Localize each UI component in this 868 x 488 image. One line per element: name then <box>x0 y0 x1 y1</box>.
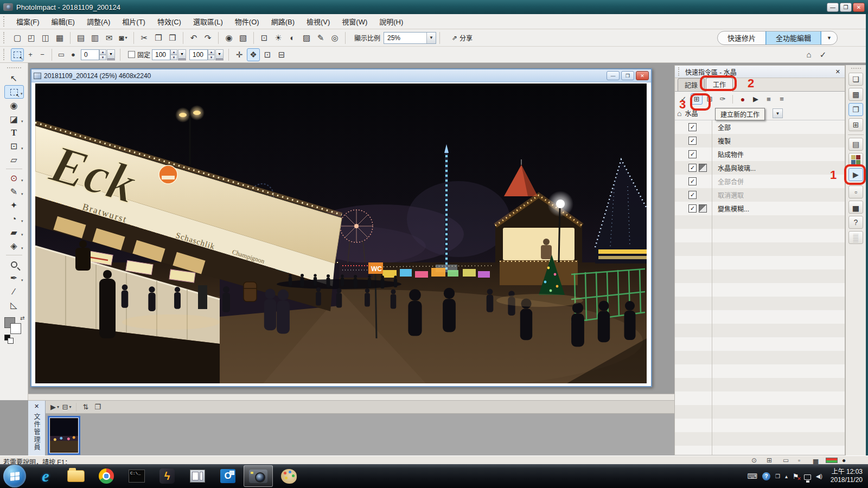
width-up-icon[interactable]: ▲ <box>170 49 177 55</box>
color-swatches[interactable]: ⇄ <box>3 316 25 344</box>
step-checkbox[interactable]: ✓ <box>688 137 697 145</box>
transform-tool[interactable]: ▱ <box>4 153 24 166</box>
dm-play-button[interactable]: ▶▾ <box>49 402 60 413</box>
shape-tool[interactable]: ◉ <box>4 99 24 112</box>
brightness-button[interactable]: ☀ <box>272 31 285 44</box>
strip-drag-handle[interactable] <box>851 68 861 69</box>
window-minimize-button[interactable]: — <box>827 3 839 12</box>
document-window[interactable]: 20181109_200124 (25%) 4608x2240 — ❐ ✕ <box>30 68 652 387</box>
window-close-button[interactable]: ✕ <box>853 3 865 12</box>
status-histogram-icon[interactable]: ▅ <box>813 457 818 464</box>
taskbar-winamp[interactable]: ϟ <box>152 465 182 487</box>
text-tool[interactable]: T <box>4 126 24 139</box>
mode-caret-icon[interactable]: ▼ <box>821 35 837 41</box>
redo-button[interactable]: ↷ <box>201 31 214 44</box>
apply-button[interactable]: ✓ <box>816 48 829 61</box>
paste-button[interactable]: ❒ <box>166 31 179 44</box>
menu-file[interactable]: 檔案(F) <box>10 14 46 29</box>
screen-button[interactable]: ⊡ <box>258 31 271 44</box>
network-icon[interactable] <box>804 474 811 480</box>
feather-down-icon[interactable]: ▼ <box>99 55 106 60</box>
start-button[interactable] <box>3 465 26 487</box>
selection-tool[interactable]: ▾ <box>4 85 24 99</box>
capture-button[interactable]: ◉ <box>222 31 235 44</box>
doc-minimize-button[interactable]: — <box>607 71 620 80</box>
zoom-ratio-caret-icon[interactable]: ▼ <box>426 33 436 43</box>
menu-help[interactable]: 說明(H) <box>373 14 409 29</box>
object-manager-button[interactable]: ⊞ <box>848 118 863 131</box>
swap-colors-icon[interactable]: ⇄ <box>20 315 24 321</box>
taskbar-file-explorer[interactable] <box>61 465 91 487</box>
share-button[interactable]: ⇗ 分享 <box>449 32 476 43</box>
taskbar-internet-explorer[interactable]: e <box>31 465 60 487</box>
toolbar-drag-handle[interactable] <box>3 32 6 44</box>
width-down-icon[interactable]: ▼ <box>170 55 177 60</box>
path-tool[interactable]: ◪▾ <box>4 112 24 126</box>
menu-web[interactable]: 網路(B) <box>265 14 301 29</box>
width-value[interactable]: 100 <box>152 49 170 60</box>
fill-tool[interactable]: ◈▾ <box>4 239 24 253</box>
print-button[interactable]: ▤ <box>74 31 87 44</box>
dm-view-button[interactable]: ⊟▾ <box>61 402 72 413</box>
document-titlebar[interactable]: 20181109_200124 (25%) 4608x2240 — ❐ ✕ <box>31 69 651 82</box>
cut-button[interactable]: ✂ <box>138 31 151 44</box>
help-panel-button[interactable]: ? <box>848 216 863 229</box>
histogram-panel-button[interactable]: ▅ <box>848 201 863 214</box>
crop-button[interactable]: ⊟ <box>275 48 288 61</box>
menu-window[interactable]: 視窗(W) <box>336 14 373 29</box>
dm-sort-button[interactable]: ⇅ <box>80 402 91 413</box>
subtract-selection-button[interactable]: − <box>37 49 48 60</box>
menu-selection[interactable]: 選取區(L) <box>187 14 229 29</box>
menu-effects[interactable]: 特效(C) <box>151 14 187 29</box>
dm-duplicate-button[interactable]: ❐ <box>92 402 103 413</box>
photo-canvas[interactable]: WC Eck <box>35 84 647 383</box>
feather-button[interactable]: ● <box>68 49 79 60</box>
menu-edit[interactable]: 編輯(E) <box>46 14 81 29</box>
eraser-tool[interactable]: ▰▾ <box>4 226 24 239</box>
status-frame-icon[interactable]: ▭ <box>783 457 789 464</box>
step-checkbox[interactable]: ✓ <box>688 204 697 213</box>
taskbar-clock[interactable]: 上午 12:03 2018/11/20 <box>831 468 863 484</box>
menubar-drag-handle[interactable] <box>3 16 6 27</box>
taskbar-paint-app[interactable] <box>274 465 303 487</box>
fixed-checkbox[interactable] <box>128 51 135 58</box>
layer-manager-button[interactable]: ❐ <box>848 103 863 116</box>
task-step-row[interactable]: ✓ 水晶與玻璃... <box>675 161 845 175</box>
window-tray-icon[interactable]: ❐ <box>775 473 780 479</box>
height-slider-icon[interactable]: ▼ <box>215 49 224 60</box>
status-preview-icon[interactable]: ⊙ <box>751 457 757 464</box>
crop-tool[interactable]: ⊡▾ <box>4 139 24 153</box>
feather-up-icon[interactable]: ▲ <box>99 49 106 55</box>
step-checkbox[interactable]: ✓ <box>688 123 697 131</box>
task-step-row[interactable]: ✓ 全部 <box>675 120 845 134</box>
taskbar-outlook[interactable]: O <box>213 465 242 487</box>
status-info-icon[interactable]: ● <box>842 457 846 464</box>
menu-photo[interactable]: 相片(T) <box>116 14 151 29</box>
show-hidden-icons[interactable]: ▴ <box>785 473 788 479</box>
acquire-button[interactable]: ▧ <box>237 31 250 44</box>
document-manager-tab[interactable]: ✕ 文件管理員 <box>28 401 46 455</box>
save-button[interactable]: ▦ <box>53 31 66 44</box>
eyedropper-tool[interactable]: ✒▾ <box>4 271 24 285</box>
default-colors-bg[interactable] <box>8 338 14 344</box>
height-stepper[interactable]: 100 ▲▼ ▼ <box>189 49 224 60</box>
feather-stepper[interactable]: 0 ▲▼ ▼ <box>81 49 115 60</box>
action-center-icon[interactable]: ⚑✕ <box>793 472 799 480</box>
taskbar-chrome[interactable] <box>92 465 121 487</box>
taskbar-photoimpact-active[interactable] <box>244 465 273 487</box>
height-up-icon[interactable]: ▲ <box>208 49 215 55</box>
quick-command-header[interactable]: 快速指令區 - 水晶 ✕ <box>675 66 845 78</box>
step-checkbox[interactable]: ✓ <box>688 150 697 158</box>
preserve-base-button[interactable]: ⊡ <box>261 48 274 61</box>
contrast-button[interactable]: ◐ <box>286 31 299 44</box>
window-maximize-button[interactable]: ❐ <box>840 3 852 12</box>
retouch-tool[interactable]: ◔▾ <box>4 212 24 226</box>
document-thumbnail-selected[interactable] <box>48 416 80 455</box>
keyboard-tray-icon[interactable]: ⌨ <box>747 472 757 480</box>
copy-button[interactable]: ❐ <box>152 31 165 44</box>
feather-value[interactable]: 0 <box>81 49 99 60</box>
panel-close-icon[interactable]: ✕ <box>34 403 39 410</box>
shape-rect-button[interactable]: ▭ <box>56 49 67 60</box>
app-titlebar[interactable]: PhotoImpact - 20181109_200124 — ❐ ✕ <box>0 0 868 14</box>
open-button[interactable]: ◰ <box>25 31 38 44</box>
